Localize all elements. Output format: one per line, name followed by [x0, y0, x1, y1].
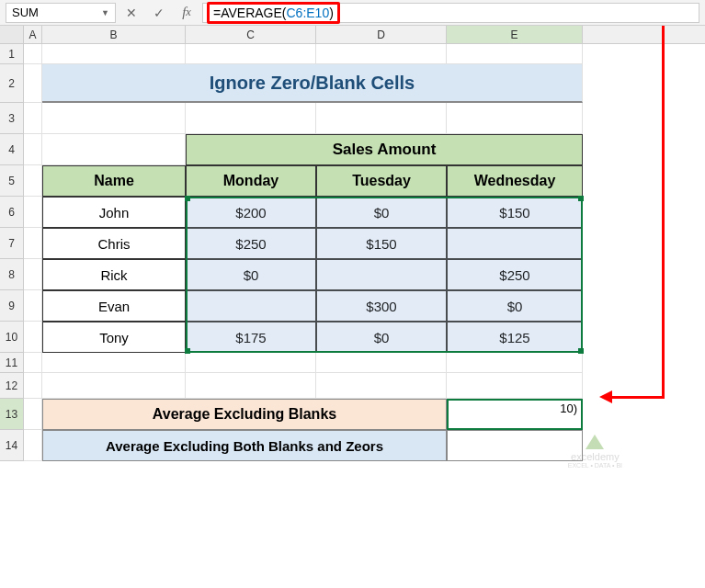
cell-name[interactable]: Rick [42, 259, 186, 290]
cell-data[interactable] [447, 228, 583, 259]
cell[interactable] [24, 322, 42, 353]
cell[interactable] [42, 373, 186, 399]
cell-data[interactable] [316, 259, 447, 290]
col-header-C[interactable]: C [186, 26, 316, 43]
col-header-A[interactable]: A [24, 26, 42, 43]
cell[interactable] [42, 44, 186, 64]
row-header[interactable]: 12 [0, 373, 24, 399]
table-row: Tony $175 $0 $125 [24, 322, 583, 353]
cell[interactable] [24, 373, 42, 399]
cell[interactable] [42, 103, 186, 134]
page-title[interactable]: Ignore Zero/Blank Cells [42, 64, 583, 103]
cell[interactable] [186, 373, 316, 399]
cell-name[interactable]: Evan [42, 290, 186, 322]
avg-both-result[interactable] [447, 430, 583, 461]
col-header-D[interactable]: D [316, 26, 447, 43]
row-header[interactable]: 5 [0, 165, 24, 197]
cell-name[interactable]: John [42, 197, 186, 228]
cell[interactable] [316, 353, 447, 373]
cell-data[interactable] [186, 290, 316, 322]
header-name[interactable]: Name [42, 165, 186, 197]
confirm-icon[interactable]: ✓ [147, 3, 171, 23]
table-row: Chris $250 $150 [24, 228, 583, 259]
cell[interactable] [447, 373, 583, 399]
cell[interactable] [186, 353, 316, 373]
table-row [24, 373, 583, 399]
fx-icon[interactable]: fx [175, 3, 199, 23]
row-header[interactable]: 11 [0, 353, 24, 373]
cell[interactable] [447, 353, 583, 373]
row-header[interactable]: 1 [0, 44, 24, 64]
formula-highlight: =AVERAGE(C6:E10) [207, 2, 340, 24]
cell[interactable] [24, 399, 42, 430]
cell[interactable] [186, 103, 316, 134]
col-header-E[interactable]: E [447, 26, 583, 43]
avg-blanks-result[interactable]: 10) [447, 399, 583, 430]
cell[interactable] [24, 259, 42, 290]
table-row: John $200 $0 $150 [24, 197, 583, 228]
cell[interactable] [24, 430, 42, 461]
cell-data[interactable]: $125 [447, 322, 583, 353]
cell[interactable] [24, 165, 42, 197]
cell-data[interactable]: $0 [186, 259, 316, 290]
cell-data[interactable]: $175 [186, 322, 316, 353]
cell[interactable] [24, 228, 42, 259]
cell[interactable] [24, 353, 42, 373]
col-header-B[interactable]: B [42, 26, 186, 43]
cell-name[interactable]: Chris [42, 228, 186, 259]
select-all-corner[interactable] [0, 26, 24, 43]
row-header[interactable]: 9 [0, 290, 24, 322]
cancel-icon[interactable]: ✕ [119, 3, 143, 23]
row-header[interactable]: 14 [0, 430, 24, 461]
header-wednesday[interactable]: Wednesday [447, 165, 583, 197]
cell-data[interactable]: $0 [447, 290, 583, 322]
row-header[interactable]: 2 [0, 64, 24, 103]
cell[interactable] [24, 197, 42, 228]
row-header[interactable]: 10 [0, 322, 24, 353]
cell[interactable] [24, 134, 42, 165]
formula-bar: SUM ▼ ✕ ✓ fx =AVERAGE(C6:E10) [0, 0, 705, 26]
row-header[interactable]: 8 [0, 259, 24, 290]
cell-data[interactable]: $0 [316, 197, 447, 228]
table-row: Average Excluding Blanks 10) [24, 399, 583, 430]
cell-data[interactable]: $150 [316, 228, 447, 259]
cell[interactable] [316, 103, 447, 134]
avg-both-label[interactable]: Average Excluding Both Blanks and Zeors [42, 430, 447, 461]
chevron-down-icon[interactable]: ▼ [101, 8, 109, 17]
cell-data[interactable]: $0 [316, 322, 447, 353]
cell-data[interactable]: $250 [447, 259, 583, 290]
cell[interactable] [42, 353, 186, 373]
cell[interactable] [24, 290, 42, 322]
cell[interactable] [24, 64, 42, 103]
cell[interactable] [24, 44, 42, 64]
cell-name[interactable]: Tony [42, 322, 186, 353]
cell[interactable] [42, 134, 186, 165]
table-row: Average Excluding Both Blanks and Zeors [24, 430, 583, 461]
annotation-arrow [662, 26, 665, 398]
cell[interactable] [186, 44, 316, 64]
row-header[interactable]: 13 [0, 399, 24, 430]
cell[interactable] [316, 373, 447, 399]
cell[interactable] [316, 44, 447, 64]
cell-data[interactable]: $150 [447, 197, 583, 228]
row-header[interactable]: 4 [0, 134, 24, 165]
cell[interactable] [24, 103, 42, 134]
cell-data[interactable]: $200 [186, 197, 316, 228]
watermark: exceldemy EXCEL • DATA • BI [568, 435, 622, 469]
formula-ref: C6:E10 [287, 6, 330, 20]
row-header[interactable]: 3 [0, 103, 24, 134]
cell-data[interactable]: $250 [186, 228, 316, 259]
sheet-body: Ignore Zero/Blank Cells Sales Amount Nam… [24, 44, 583, 461]
cell[interactable] [447, 44, 583, 64]
cell[interactable] [447, 103, 583, 134]
header-monday[interactable]: Monday [186, 165, 316, 197]
header-tuesday[interactable]: Tuesday [316, 165, 447, 197]
row-header[interactable]: 6 [0, 197, 24, 228]
cell-data[interactable]: $300 [316, 290, 447, 322]
header-sales-amount[interactable]: Sales Amount [186, 134, 583, 165]
row-header[interactable]: 7 [0, 228, 24, 259]
table-row [24, 353, 583, 373]
avg-blanks-label[interactable]: Average Excluding Blanks [42, 399, 447, 430]
name-box[interactable]: SUM ▼ [6, 3, 116, 23]
formula-input[interactable]: =AVERAGE(C6:E10) [202, 3, 699, 23]
